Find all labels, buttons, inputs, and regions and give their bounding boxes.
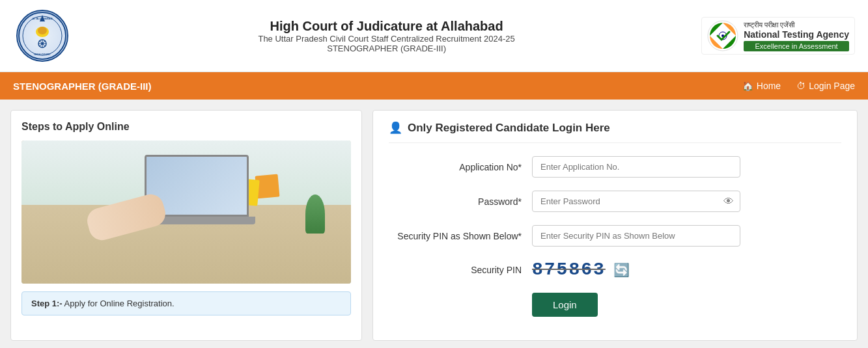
step1-label: Step 1:- — [31, 299, 63, 308]
header-subtitle: The Uttar Pradesh Civil Court Staff Cent… — [72, 34, 701, 44]
password-label: Password* — [389, 196, 532, 207]
application-no-wrap — [532, 156, 740, 178]
security-pin-input-row: Security PIN as Shown Below* — [389, 225, 841, 247]
security-pin-input[interactable] — [532, 225, 740, 247]
login-heading: Only Registered Candidate Login Here — [408, 122, 610, 135]
main-content: Steps to Apply Online Step 1:- Apply for… — [0, 100, 868, 348]
security-pin-input-label: Security PIN as Shown Below* — [389, 231, 532, 241]
navbar: STENOGRAPHER (GRADE-III) 🏠 Home ⏱ Login … — [0, 72, 868, 100]
login-button[interactable]: Login — [532, 293, 598, 317]
right-panel: 👤 Only Registered Candidate Login Here A… — [372, 110, 858, 341]
refresh-captcha-icon[interactable]: 🔄 — [613, 262, 630, 278]
captcha-display: 875863 🔄 — [532, 260, 630, 280]
step1-text: Apply for Online Registration. — [64, 299, 175, 308]
nta-hindi-text: राष्ट्रीय परीक्षा एजेंसी — [744, 21, 849, 29]
nta-english-text: National Testing Agency — [744, 29, 849, 40]
left-panel: Steps to Apply Online Step 1:- Apply for… — [10, 110, 362, 341]
password-row: Password* 👁 — [389, 191, 841, 212]
navbar-brand: STENOGRAPHER (GRADE-III) — [13, 81, 152, 92]
steps-heading: Steps to Apply Online — [21, 121, 351, 133]
security-pin-display-label: Security PIN — [389, 265, 532, 275]
header-main-title: High Court of Judicature at Allahabad — [72, 19, 701, 34]
password-input[interactable] — [532, 191, 740, 212]
nta-logo-block: राष्ट्रीय परीक्षा एजेंसी National Testin… — [701, 17, 855, 55]
application-no-row: Application No* — [389, 156, 841, 178]
svg-text:AT ALLAHABAD: AT ALLAHABAD — [32, 17, 52, 20]
svg-text:HIGH COURT: HIGH COURT — [34, 53, 51, 56]
password-wrap: 👁 — [532, 191, 740, 212]
svg-point-4 — [38, 27, 47, 34]
court-logo: HIGH COURT AT ALLAHABAD — [13, 7, 72, 65]
login-icon: ⏱ — [796, 81, 805, 91]
home-link[interactable]: 🏠 Home — [742, 81, 781, 91]
application-no-input[interactable] — [532, 156, 740, 178]
login-page-link[interactable]: ⏱ Login Page — [796, 81, 855, 91]
header-title-block: High Court of Judicature at Allahabad Th… — [72, 19, 701, 53]
security-pin-display-row: Security PIN 875863 🔄 — [389, 260, 841, 280]
login-panel-header: 👤 Only Registered Candidate Login Here — [389, 121, 841, 143]
page-header: HIGH COURT AT ALLAHABAD High Court of Ju… — [0, 0, 868, 72]
office-image — [21, 141, 351, 284]
application-no-label: Application No* — [389, 162, 532, 172]
toggle-password-icon[interactable]: 👁 — [723, 196, 734, 207]
security-pin-input-wrap — [532, 225, 740, 247]
navbar-links: 🏠 Home ⏱ Login Page — [742, 81, 855, 91]
court-emblem: HIGH COURT AT ALLAHABAD — [16, 10, 68, 62]
person-icon: 👤 — [389, 121, 402, 135]
captcha-value: 875863 — [532, 260, 606, 280]
home-icon: 🏠 — [742, 81, 753, 91]
step1-box: Step 1:- Apply for Online Registration. — [21, 291, 351, 315]
login-row: Login — [389, 293, 841, 317]
header-exam: STENOGRAPHER (GRADE-III) — [72, 44, 701, 53]
nta-tagline-text: Excellence in Assessment — [744, 41, 849, 51]
